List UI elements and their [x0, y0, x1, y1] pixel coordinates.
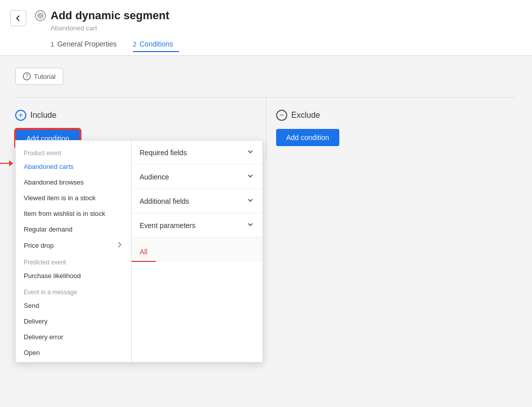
svg-point-1: [38, 13, 43, 18]
exclude-section: − Exclude Add condition: [276, 110, 517, 146]
exclude-title: Exclude: [291, 111, 320, 120]
condition-right-panel: Required fieldsAudienceAdditional fields…: [131, 140, 263, 363]
left-panel-menu-item[interactable]: Viewed item is in a stock: [16, 190, 131, 206]
svg-point-2: [39, 15, 41, 17]
segment-icon: [34, 10, 47, 22]
include-section: + Include Add condition Product eventAba…: [15, 110, 256, 148]
svg-point-0: [35, 11, 46, 21]
menu-item-label: Item from wishlist is in stock: [24, 210, 105, 217]
menu-item-label: Delivery: [24, 318, 48, 325]
chevron-down-icon: [246, 172, 254, 182]
chevron-down-icon: [246, 196, 254, 206]
left-panel-menu-item[interactable]: Delivery error: [16, 329, 131, 345]
tutorial-label: Tutorial: [34, 73, 56, 80]
menu-item-label: Viewed item is in a stock: [24, 194, 96, 202]
condition-dropdown: Product eventAbandoned cartsAbandoned br…: [15, 140, 263, 363]
right-panel-row-label: Required fields: [140, 149, 187, 157]
left-panel-section-label: Predicted event: [16, 254, 131, 268]
right-panel-row-label: Audience: [140, 173, 169, 181]
red-arrow-indicator: [0, 160, 13, 166]
all-tab[interactable]: All: [131, 243, 156, 262]
menu-item-label: Open: [24, 349, 40, 356]
left-panel-section-label: Event in a message: [16, 284, 131, 298]
section-divider-vertical: [266, 98, 267, 160]
right-panel-row[interactable]: Event parameters: [131, 213, 262, 237]
exclude-add-condition-button[interactable]: Add condition: [276, 129, 339, 146]
right-panel-row[interactable]: Required fields: [131, 141, 262, 165]
left-panel-menu-item[interactable]: Item from wishlist is in stock: [16, 206, 131, 221]
right-panel-row[interactable]: Audience: [131, 165, 262, 189]
left-panel-menu-item[interactable]: Delivery: [16, 313, 131, 329]
include-title: Include: [30, 111, 57, 120]
chevron-down-icon: [246, 220, 254, 230]
condition-left-panel: Product eventAbandoned cartsAbandoned br…: [15, 140, 131, 363]
left-panel-menu-item[interactable]: Purchase likelihood: [16, 268, 131, 284]
tab2-label: Conditions: [140, 40, 173, 48]
svg-text:?: ?: [25, 74, 28, 79]
tab-general-properties[interactable]: 1 General Properties: [51, 37, 123, 52]
chevron-down-icon: [246, 148, 254, 157]
chevron-right-icon: [116, 241, 123, 250]
tutorial-button[interactable]: ? Tutorial: [15, 68, 63, 85]
question-icon: ?: [23, 72, 31, 80]
menu-item-label: Abandoned carts: [24, 163, 73, 170]
tab1-label: General Properties: [57, 40, 117, 48]
left-panel-menu-item[interactable]: Send: [16, 298, 131, 313]
right-panel-row-label: Event parameters: [140, 221, 196, 230]
left-panel-menu-item[interactable]: Open: [16, 345, 131, 360]
left-panel-menu-item[interactable]: Abandoned carts: [16, 159, 131, 174]
page-title: Add dynamic segment: [51, 9, 169, 22]
menu-item-label: Delivery error: [24, 333, 63, 341]
tab2-number: 2: [133, 40, 137, 48]
menu-item-label: Send: [24, 302, 39, 309]
exclude-icon: −: [276, 110, 287, 121]
menu-item-label: Purchase likelihood: [24, 272, 81, 280]
left-panel-menu-item[interactable]: Abandoned browses: [16, 174, 131, 190]
left-panel-menu-item[interactable]: Regular demand: [16, 221, 131, 237]
menu-item-label: Abandoned browses: [24, 178, 84, 186]
left-panel-section-label: Product event: [16, 145, 131, 159]
page-subtitle: Abandoned cart: [51, 24, 189, 32]
right-panel-row[interactable]: Additional fields: [131, 189, 262, 213]
right-panel-row-label: Additional fields: [140, 197, 189, 205]
left-panel-menu-item[interactable]: Price drop: [16, 237, 131, 254]
back-button[interactable]: [10, 10, 26, 26]
tab1-number: 1: [51, 40, 54, 48]
menu-item-label: Regular demand: [24, 225, 72, 233]
tab-conditions[interactable]: 2 Conditions: [133, 37, 179, 52]
include-icon: +: [15, 110, 26, 121]
menu-item-label: Price drop: [24, 242, 54, 249]
